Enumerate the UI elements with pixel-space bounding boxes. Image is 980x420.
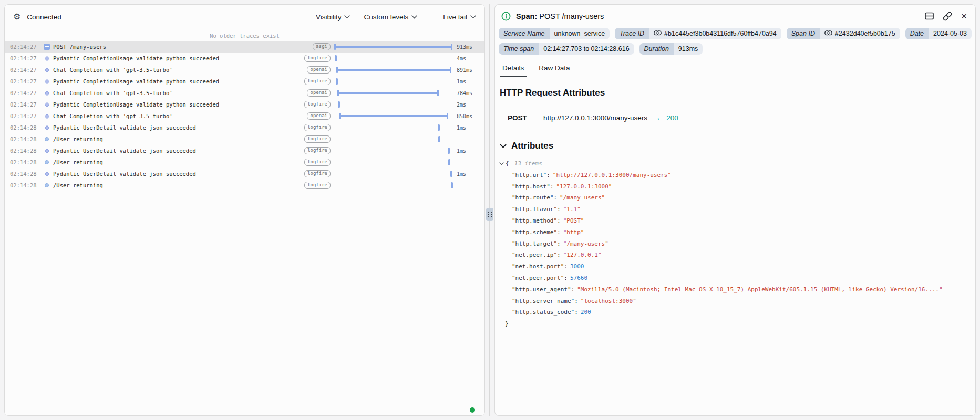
trace-row[interactable]: 02:14:27 Chat Completion with 'gpt-3.5-t… <box>5 110 484 122</box>
trace-timestamp: 02:14:27 <box>10 101 40 108</box>
trace-tag-badge: logfire <box>304 124 331 131</box>
trace-row[interactable]: 02:14:27 Pydantic CompletionUsage valida… <box>5 99 484 110</box>
tab-details[interactable]: Details <box>500 61 527 77</box>
span-title-value: POST /many-users <box>539 12 604 20</box>
http-request-attributes-heading: HTTP Request Attributes <box>500 88 970 104</box>
trace-timestamp: 02:14:27 <box>10 67 40 73</box>
trace-duration-label: 1ms <box>452 148 484 154</box>
trace-row[interactable]: 02:14:28 /User returning logfire <box>5 180 484 191</box>
trace-tag-badge: logfire <box>304 147 331 154</box>
page: ⚙ Connected Visibility Custom levels Liv… <box>0 0 980 420</box>
json-entry: "http.route":"/many-users" <box>499 192 975 204</box>
collapse-chevron-icon[interactable] <box>499 162 504 165</box>
connection-status-label: Connected <box>27 13 61 21</box>
json-key: "net.peer.ip" <box>512 251 557 258</box>
no-older-traces-notice: No older traces exist <box>5 29 484 41</box>
panel-layout-icon[interactable] <box>925 12 934 20</box>
custom-levels-dropdown[interactable]: Custom levels <box>364 13 417 21</box>
trace-name: /User returning <box>53 136 303 142</box>
chevron-down-icon <box>470 15 476 19</box>
circle-icon <box>45 160 49 164</box>
trace-duration-label: 784ms <box>452 90 484 96</box>
trace-row[interactable]: 02:14:28 /User returning logfire <box>5 133 484 145</box>
badge-label: Trace ID <box>615 28 649 39</box>
gear-icon[interactable]: ⚙ <box>13 13 20 21</box>
span-header-actions: × <box>925 11 967 21</box>
http-status-code: 200 <box>666 114 678 122</box>
duration-bar <box>448 148 450 154</box>
diamond-icon <box>44 148 49 153</box>
json-entry: "http.target":"/many-users" <box>499 238 975 250</box>
json-key: "http.method" <box>512 217 557 224</box>
badge-value: 913ms <box>674 43 703 55</box>
trace-duration-label: 850ms <box>452 113 484 119</box>
badge-value[interactable]: #2432d40ef5b0b175 <box>820 28 900 39</box>
json-key: "http.user_agent" <box>512 286 571 293</box>
trace-duration-label: 913ms <box>452 44 484 50</box>
trace-row[interactable]: 02:14:27 Chat Completion with 'gpt-3.5-t… <box>5 64 484 76</box>
trace-name: Pydantic CompletionUsage validate_python… <box>53 78 303 85</box>
duration-bar-track <box>335 168 452 180</box>
trace-row[interactable]: 02:14:27 POST /many-users asgi 913ms <box>5 41 484 52</box>
json-entry: "net.peer.port":57660 <box>499 272 975 284</box>
diamond-icon <box>44 90 49 96</box>
divider-drag-handle[interactable] <box>486 208 493 221</box>
live-tail-button[interactable]: Live tail <box>443 13 476 21</box>
json-entry: "http.flavor":"1.1" <box>499 204 975 215</box>
trace-duration-label: 4ms <box>452 56 484 61</box>
trace-row[interactable]: 02:14:27 Chat Completion with 'gpt-3.5-t… <box>5 87 484 99</box>
json-value: "127.0.0.1" <box>563 251 602 258</box>
duration-bar <box>337 69 451 71</box>
trace-row[interactable]: 02:14:28 Pydantic UserDetail validate_js… <box>5 145 484 156</box>
duration-bar <box>335 55 337 61</box>
json-entry: "http.user_agent":"Mozilla/5.0 (Macintos… <box>499 284 975 296</box>
duration-bar-track <box>335 87 452 99</box>
detail-tabs: Details Raw Data <box>495 61 975 77</box>
custom-levels-label: Custom levels <box>364 13 408 21</box>
json-value: "http" <box>563 229 584 236</box>
json-entry: "http.server_name":"localhost:3000" <box>499 296 975 307</box>
trace-list: 02:14:27 POST /many-users asgi 913ms 02:… <box>5 41 484 191</box>
badge-value-text: #b1c445ef3b0b43116df5760ffb470a94 <box>664 30 777 37</box>
trace-timestamp: 02:14:27 <box>10 113 40 119</box>
http-url: http://127.0.0.1:3000/many-users <box>543 114 647 122</box>
trace-name: Chat Completion with 'gpt-3.5-turbo' <box>53 67 303 73</box>
http-method: POST <box>508 114 537 122</box>
tab-raw-data[interactable]: Raw Data <box>536 61 572 77</box>
trace-row[interactable]: 02:14:28 Pydantic UserDetail validate_js… <box>5 122 484 133</box>
badge-label: Date <box>905 28 929 39</box>
trace-tag-badge: logfire <box>304 182 331 189</box>
chevron-down-icon[interactable] <box>500 144 507 148</box>
trace-duration-label: 2ms <box>452 102 484 108</box>
duration-bar <box>335 46 452 48</box>
trace-tag-badge: openai <box>307 112 331 120</box>
badge-label: Duration <box>639 43 674 55</box>
visibility-dropdown[interactable]: Visibility <box>316 13 350 21</box>
json-value: "localhost:3000" <box>581 298 636 304</box>
trace-row[interactable]: 02:14:27 Pydantic CompletionUsage valida… <box>5 52 484 64</box>
json-value: 57660 <box>570 275 587 281</box>
json-value: 3000 <box>570 263 584 270</box>
duration-bar-track <box>335 64 452 76</box>
trace-tag-badge: asgi <box>313 43 331 50</box>
close-icon[interactable]: × <box>961 11 967 21</box>
badge-value-text: 02:14:27.703 to 02:14:28.616 <box>543 45 629 52</box>
trace-name: Chat Completion with 'gpt-3.5-turbo' <box>53 90 303 96</box>
trace-name: Pydantic UserDetail validate_json succee… <box>53 171 303 177</box>
trace-row[interactable]: 02:14:27 Pydantic CompletionUsage valida… <box>5 76 484 87</box>
json-value: "/many-users" <box>560 194 605 201</box>
trace-timestamp: 02:14:27 <box>10 90 40 96</box>
attributes-heading: Attributes <box>500 141 975 151</box>
trace-row[interactable]: 02:14:28 /User returning logfire <box>5 156 484 168</box>
attributes-json-viewer: { 13 items "http.url":"http://127.0.0.1:… <box>499 158 975 330</box>
copy-link-icon[interactable] <box>943 12 952 21</box>
duration-bar-track <box>335 41 452 52</box>
trace-row[interactable]: 02:14:28 Pydantic UserDetail validate_js… <box>5 168 484 180</box>
diamond-icon <box>44 67 49 72</box>
trace-name: Pydantic CompletionUsage validate_python… <box>53 101 303 108</box>
trace-tag-badge: logfire <box>304 78 331 85</box>
json-entry: "http.method":"POST" <box>499 215 975 227</box>
badge-value[interactable]: #b1c445ef3b0b43116df5760ffb470a94 <box>649 28 781 39</box>
trace-duration-label: 891ms <box>452 67 484 73</box>
circle-icon <box>45 137 49 141</box>
